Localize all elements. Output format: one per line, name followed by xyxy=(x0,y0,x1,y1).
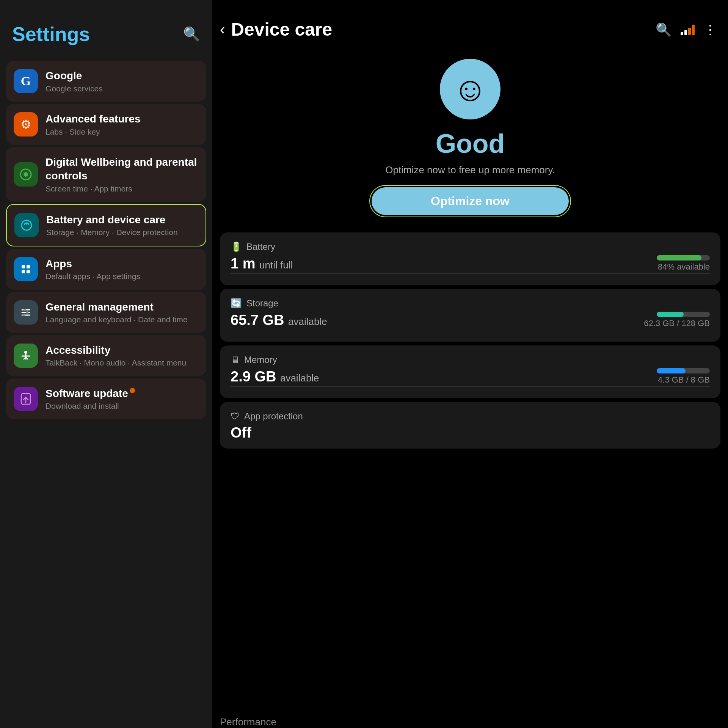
item-subtitle-general: Language and keyboard · Date and time xyxy=(46,315,199,324)
optimize-button-wrapper: Optimize now xyxy=(369,185,571,217)
settings-title: Settings xyxy=(12,23,90,46)
status-emoji: ☺ xyxy=(440,59,500,119)
card-divider xyxy=(231,386,710,387)
svg-point-12 xyxy=(26,311,28,314)
back-button[interactable]: ‹ xyxy=(220,21,225,38)
item-icon-apps xyxy=(14,257,38,281)
item-title-general: General management xyxy=(46,300,199,314)
header-actions: 🔍 ⋮ xyxy=(656,22,717,37)
card-icon-app-protection: 🛡 xyxy=(231,411,240,422)
item-icon-advanced: ⚙ xyxy=(14,112,38,136)
care-card-storage[interactable]: 🔄 Storage 65.7 GB available 62.3 GB / 12… xyxy=(220,289,720,342)
item-title-battery: Battery and device care xyxy=(46,213,198,227)
svg-rect-5 xyxy=(27,265,30,268)
item-subtitle-google: Google services xyxy=(46,84,199,93)
item-text-apps: Apps Default apps · App settings xyxy=(46,257,199,281)
care-cards-list: 🔋 Battery 1 m until full 84% available 🔄… xyxy=(212,232,728,711)
card-value-app-protection: Off xyxy=(231,425,710,441)
card-bar-storage xyxy=(657,312,710,317)
care-card-battery[interactable]: 🔋 Battery 1 m until full 84% available xyxy=(220,232,720,285)
card-detail-storage: 62.3 GB / 128 GB xyxy=(644,318,710,328)
signal-bar-2 xyxy=(684,30,687,35)
settings-item-google[interactable]: G Google Google services xyxy=(6,61,206,102)
card-label-memory: Memory xyxy=(244,355,277,365)
performance-label: Performance xyxy=(212,711,728,728)
card-detail-memory: 4.3 GB / 8 GB xyxy=(658,375,710,385)
item-title-google: Google xyxy=(46,69,199,83)
card-bar-fill-battery xyxy=(657,255,701,260)
item-title-advanced: Advanced features xyxy=(46,112,199,126)
item-text-general: General management Language and keyboard… xyxy=(46,300,199,324)
settings-item-general[interactable]: General management Language and keyboard… xyxy=(6,292,206,333)
item-text-digital: Digital Wellbeing and parental controls … xyxy=(46,155,199,193)
search-icon[interactable]: 🔍 xyxy=(656,22,672,37)
item-text-advanced: Advanced features Labs · Side key xyxy=(46,112,199,136)
item-title-accessibility: Accessibility xyxy=(46,344,199,357)
item-subtitle-digital: Screen time · App timers xyxy=(46,184,199,193)
svg-rect-4 xyxy=(22,265,25,268)
item-title-apps: Apps xyxy=(46,257,199,271)
item-subtitle-apps: Default apps · App settings xyxy=(46,272,199,281)
svg-point-2 xyxy=(22,220,31,230)
card-label-battery: Battery xyxy=(246,242,275,252)
item-icon-digital xyxy=(14,162,38,187)
card-divider xyxy=(231,330,710,330)
search-icon[interactable]: 🔍 xyxy=(183,26,200,42)
svg-point-3 xyxy=(26,223,28,224)
settings-item-digital[interactable]: Digital Wellbeing and parental controls … xyxy=(6,147,206,202)
notification-dot xyxy=(130,388,135,393)
optimize-button[interactable]: Optimize now xyxy=(372,187,569,215)
settings-item-software[interactable]: Software update Download and install xyxy=(6,378,206,419)
device-care-panel: ‹ Device care 🔍 ⋮ ☺ Good Optimize now to… xyxy=(212,0,728,728)
card-header-storage: 🔄 Storage xyxy=(231,298,710,309)
card-suffix-storage: available xyxy=(288,316,327,327)
card-detail-battery: 84% available xyxy=(658,262,710,272)
svg-point-13 xyxy=(22,314,25,316)
svg-rect-6 xyxy=(22,270,25,273)
signal-bar-1 xyxy=(681,32,683,35)
care-card-app-protection[interactable]: 🛡 App protection Off xyxy=(220,402,720,449)
status-label: Good xyxy=(436,129,505,159)
settings-item-advanced[interactable]: ⚙ Advanced features Labs · Side key xyxy=(6,104,206,145)
svg-point-11 xyxy=(24,309,26,311)
svg-rect-7 xyxy=(27,270,30,273)
card-value-memory: 2.9 GB available xyxy=(231,369,319,385)
card-label-storage: Storage xyxy=(246,298,278,309)
card-suffix-memory: available xyxy=(280,372,319,384)
item-icon-battery xyxy=(14,213,39,237)
card-header-app-protection: 🛡 App protection xyxy=(231,411,710,422)
item-icon-software xyxy=(14,387,38,411)
signal-bar-3 xyxy=(688,28,691,35)
card-label-app-protection: App protection xyxy=(244,411,303,422)
item-subtitle-software: Download and install xyxy=(46,402,199,411)
care-card-memory[interactable]: 🖥 Memory 2.9 GB available 4.3 GB / 8 GB xyxy=(220,345,720,398)
item-text-accessibility: Accessibility TalkBack · Mono audio · As… xyxy=(46,344,199,367)
status-description: Optimize now to free up more memory. xyxy=(385,164,555,176)
item-text-google: Google Google services xyxy=(46,69,199,93)
card-divider xyxy=(231,273,710,274)
item-icon-google: G xyxy=(14,69,38,93)
settings-panel: Settings 🔍 G Google Google services ⚙ Ad… xyxy=(0,0,212,728)
settings-header: Settings 🔍 xyxy=(0,0,212,57)
card-value-storage: 65.7 GB available xyxy=(231,312,327,328)
signal-bar-4 xyxy=(692,25,695,35)
card-header-memory: 🖥 Memory xyxy=(231,355,710,365)
status-area: ☺ Good Optimize now to free up more memo… xyxy=(212,47,728,232)
item-title-software: Software update xyxy=(46,387,199,400)
card-suffix-battery: until full xyxy=(259,259,293,271)
more-options-icon[interactable]: ⋮ xyxy=(704,22,717,37)
card-bar-fill-memory xyxy=(657,368,686,373)
item-subtitle-advanced: Labs · Side key xyxy=(46,127,199,136)
settings-item-accessibility[interactable]: Accessibility TalkBack · Mono audio · As… xyxy=(6,335,206,376)
card-icon-storage: 🔄 xyxy=(231,298,242,309)
settings-item-battery[interactable]: Battery and device care Storage · Memory… xyxy=(6,204,206,246)
item-text-software: Software update Download and install xyxy=(46,387,199,411)
item-subtitle-accessibility: TalkBack · Mono audio · Assistant menu xyxy=(46,358,199,367)
device-care-title: Device care xyxy=(231,19,650,40)
svg-point-1 xyxy=(24,172,28,177)
settings-item-apps[interactable]: Apps Default apps · App settings xyxy=(6,249,206,290)
card-bar-memory xyxy=(657,368,710,373)
card-bar-fill-storage xyxy=(657,312,684,317)
device-care-header: ‹ Device care 🔍 ⋮ xyxy=(212,0,728,47)
card-icon-battery: 🔋 xyxy=(231,242,242,252)
